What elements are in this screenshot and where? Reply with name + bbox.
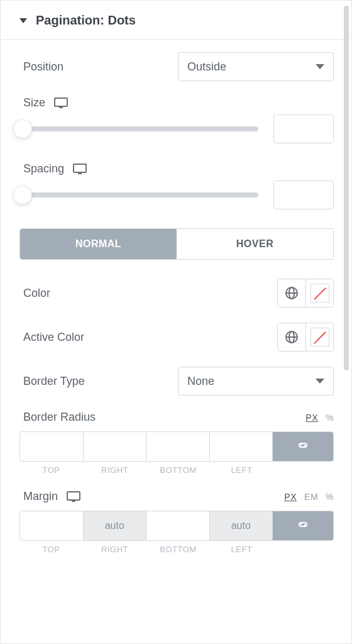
unit-pct[interactable]: % [326, 413, 334, 423]
tab-normal[interactable]: NORMAL [20, 229, 177, 259]
side-left: LEFT [210, 465, 273, 475]
svg-rect-3 [78, 173, 82, 174]
chevron-down-icon [316, 379, 324, 384]
chevron-down-icon [316, 64, 324, 69]
link-values-button[interactable] [273, 511, 333, 540]
active-color-label: Active Color [23, 331, 84, 344]
scrollbar[interactable] [344, 6, 349, 370]
margin-top[interactable] [20, 511, 84, 540]
size-input[interactable] [273, 114, 334, 143]
side-top: TOP [19, 465, 83, 475]
border-type-label: Border Type [23, 375, 85, 388]
desktop-icon[interactable] [54, 97, 68, 109]
unit-px[interactable]: PX [305, 413, 318, 423]
size-slider[interactable] [14, 126, 258, 131]
color-label: Color [23, 287, 50, 300]
border-type-select[interactable]: None [178, 367, 334, 396]
side-right: RIGHT [83, 465, 146, 475]
margin-units: PX EM % [284, 492, 334, 502]
globe-icon [285, 330, 299, 344]
side-left: LEFT [210, 545, 273, 554]
slider-thumb[interactable] [13, 119, 32, 138]
active-color-swatch[interactable] [305, 323, 333, 351]
side-top: TOP [19, 545, 83, 554]
svg-rect-10 [67, 492, 80, 500]
side-right: RIGHT [83, 545, 146, 554]
border-radius-left[interactable] [210, 432, 273, 461]
position-value: Outside [187, 60, 226, 74]
unit-pct[interactable]: % [326, 492, 334, 502]
link-icon [296, 438, 310, 455]
unit-em[interactable]: EM [304, 492, 318, 502]
border-type-value: None [187, 375, 214, 388]
svg-rect-11 [72, 501, 75, 502]
state-tabs: NORMAL HOVER [19, 228, 334, 260]
tab-hover[interactable]: HOVER [177, 229, 333, 259]
margin-label: Margin [23, 490, 58, 503]
svg-rect-0 [55, 98, 67, 106]
global-color-button[interactable] [278, 279, 305, 307]
border-radius-bottom[interactable] [146, 432, 210, 461]
margin-inputs: auto auto [19, 511, 334, 541]
slider-thumb[interactable] [13, 186, 32, 204]
margin-right[interactable]: auto [84, 511, 147, 540]
margin-bottom[interactable] [146, 511, 210, 540]
section-title: Pagination: Dots [36, 13, 136, 28]
border-radius-units: PX % [305, 413, 334, 423]
side-bottom: BOTTOM [146, 465, 210, 475]
side-bottom: BOTTOM [146, 545, 210, 554]
size-label: Size [23, 96, 45, 109]
position-label: Position [23, 60, 63, 74]
border-radius-right[interactable] [84, 432, 147, 461]
empty-swatch-icon [311, 284, 329, 303]
unit-px[interactable]: PX [284, 492, 297, 502]
desktop-icon[interactable] [67, 491, 80, 502]
globe-icon [285, 286, 299, 300]
color-swatch[interactable] [305, 279, 333, 307]
caret-down-icon [19, 18, 27, 23]
spacing-slider[interactable] [14, 192, 258, 197]
border-radius-label: Border Radius [23, 411, 96, 424]
border-radius-inputs [19, 431, 334, 462]
spacing-label: Spacing [23, 162, 64, 175]
position-select[interactable]: Outside [178, 52, 334, 81]
margin-left[interactable]: auto [210, 511, 273, 540]
empty-swatch-icon [311, 328, 329, 347]
border-radius-top[interactable] [20, 432, 84, 461]
section-header[interactable]: Pagination: Dots [1, 1, 351, 40]
link-values-button[interactable] [273, 432, 333, 461]
svg-rect-2 [74, 164, 86, 172]
spacing-input[interactable] [273, 180, 334, 209]
desktop-icon[interactable] [73, 164, 87, 175]
link-icon [296, 518, 310, 534]
global-color-button[interactable] [278, 323, 305, 351]
svg-rect-1 [59, 107, 63, 108]
